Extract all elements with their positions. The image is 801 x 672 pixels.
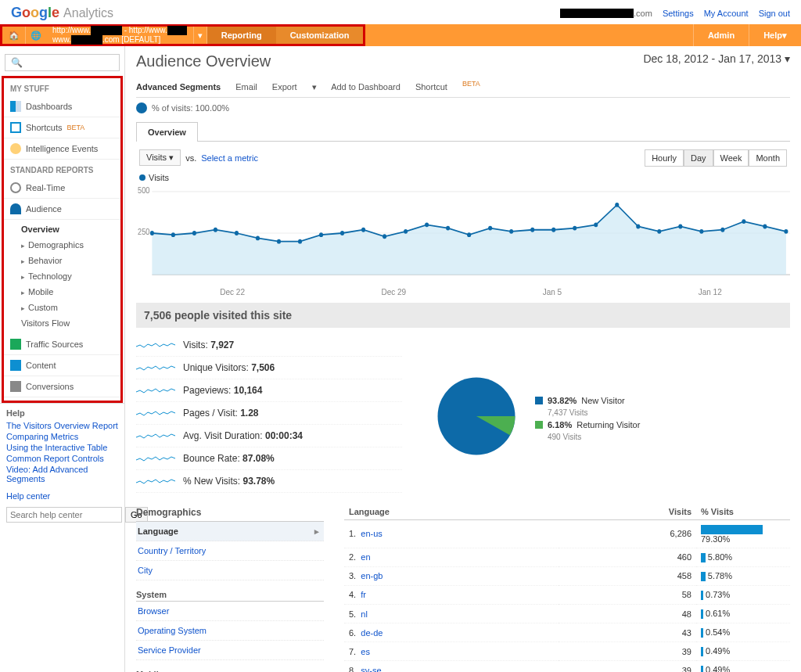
sub-demographics[interactable]: Demographics: [4, 237, 120, 253]
export-button[interactable]: Export ▾: [272, 82, 317, 92]
dim-os[interactable]: Operating System: [136, 621, 324, 641]
audience-icon: [10, 203, 21, 214]
sidebar-item-dashboards[interactable]: Dashboards: [4, 96, 120, 117]
table-row[interactable]: 1. en-us6,286 79.30%: [344, 519, 790, 548]
svg-point-16: [383, 234, 386, 239]
legend-label: Visits: [149, 173, 169, 182]
conversions-icon: [10, 381, 21, 392]
help-link[interactable]: Using the Interactive Table: [6, 443, 118, 452]
help-center-link[interactable]: Help center: [6, 491, 118, 501]
sidebar-item-traffic[interactable]: Traffic Sources: [4, 334, 120, 355]
new-visitor-swatch: [535, 397, 543, 404]
time-week[interactable]: Week: [713, 149, 749, 167]
table-row[interactable]: 2. en460 5.80%: [344, 548, 790, 566]
sidebar-item-intelligence[interactable]: Intelligence Events: [4, 138, 120, 160]
tab-overview[interactable]: Overview: [136, 122, 198, 142]
traffic-icon: [10, 339, 21, 350]
sub-behavior[interactable]: Behavior: [4, 253, 120, 268]
clock-icon: [10, 182, 21, 193]
metric-selector[interactable]: Visits ▾: [139, 149, 181, 166]
table-row[interactable]: 3. en-gb458 5.78%: [344, 566, 790, 585]
svg-point-35: [784, 229, 788, 234]
date-range-picker[interactable]: Dec 18, 2012 - Jan 17, 2013 ▾: [643, 52, 790, 65]
sidebar-item-content[interactable]: Content: [4, 355, 120, 376]
svg-point-6: [171, 232, 175, 237]
time-day[interactable]: Day: [684, 149, 713, 167]
admin-button[interactable]: Admin: [693, 24, 749, 46]
help-header: Help: [6, 408, 118, 418]
metric-item: Visits: 7,927: [136, 334, 402, 357]
time-hourly[interactable]: Hourly: [645, 149, 684, 167]
svg-text:500: 500: [138, 185, 150, 195]
help-link[interactable]: Comparing Metrics: [6, 432, 118, 441]
svg-point-28: [636, 224, 640, 228]
sidebar-item-shortcuts[interactable]: Shortcuts BETA: [4, 117, 120, 138]
logo[interactable]: Google Analytics: [11, 5, 113, 21]
table-row[interactable]: 4. fr58 0.73%: [344, 585, 790, 604]
dim-city[interactable]: City: [136, 561, 324, 580]
svg-point-29: [657, 229, 661, 234]
dim-language[interactable]: Language: [136, 522, 324, 541]
metric-item: Unique Visitors: 7,506: [136, 357, 402, 379]
visitor-pie-chart[interactable]: [433, 373, 519, 462]
help-link[interactable]: Video: Add Advanced Segments: [6, 465, 118, 483]
time-month[interactable]: Month: [749, 149, 787, 167]
help-link[interactable]: Common Report Controls: [6, 454, 118, 463]
my-stuff-header: MY STUFF: [4, 78, 120, 96]
dim-country[interactable]: Country / Territory: [136, 541, 324, 561]
my-account-link[interactable]: My Account: [704, 9, 749, 18]
metric-item: Avg. Visit Duration: 00:00:34: [136, 425, 402, 447]
table-row[interactable]: 6. de-de43 0.54%: [344, 623, 790, 642]
help-search-input[interactable]: [6, 507, 122, 523]
settings-link[interactable]: Settings: [663, 9, 694, 18]
property-dropdown-icon[interactable]: ▾: [193, 27, 207, 44]
shortcuts-icon: [10, 122, 21, 133]
sub-technology[interactable]: Technology: [4, 268, 120, 284]
select-metric-link[interactable]: Select a metric: [201, 153, 258, 163]
demographics-header: Demographics: [136, 504, 324, 522]
table-row[interactable]: 7. es39 0.49%: [344, 642, 790, 661]
sidebar-item-conversions[interactable]: Conversions: [4, 376, 120, 397]
bulb-icon: [10, 143, 21, 154]
dim-sp[interactable]: Service Provider: [136, 641, 324, 660]
svg-point-18: [425, 222, 429, 227]
sub-mobile[interactable]: Mobile: [4, 284, 120, 300]
tab-reporting[interactable]: Reporting: [207, 27, 276, 44]
svg-point-22: [509, 229, 513, 234]
sub-visitors-flow[interactable]: Visitors Flow: [4, 315, 120, 331]
svg-point-30: [678, 224, 682, 228]
sidebar-item-realtime[interactable]: Real-Time: [4, 178, 120, 199]
svg-point-25: [573, 225, 577, 230]
sign-out-link[interactable]: Sign out: [759, 9, 790, 18]
globe-icon[interactable]: 🌐: [26, 27, 46, 44]
svg-point-31: [699, 229, 703, 234]
sub-custom[interactable]: Custom: [4, 300, 120, 315]
sidebar-item-audience[interactable]: Audience: [4, 199, 120, 220]
home-icon[interactable]: 🏠: [2, 27, 26, 44]
svg-point-20: [467, 232, 471, 237]
visits-pct-label: % of visits: 100.00%: [152, 103, 229, 113]
content-icon: [10, 360, 21, 371]
shortcut-button[interactable]: Shortcut BETA: [415, 82, 493, 92]
tab-customization[interactable]: Customization: [276, 27, 364, 44]
logo-analytics: Analytics: [63, 6, 113, 20]
svg-point-7: [192, 231, 196, 235]
email-button[interactable]: Email: [235, 82, 257, 92]
legend-dot-icon: [139, 174, 145, 181]
help-link[interactable]: The Visitors Overview Report: [6, 421, 118, 430]
search-icon: 🔍: [11, 57, 23, 68]
metric-item: Pages / Visit: 1.28: [136, 402, 402, 425]
visits-chart[interactable]: 500 250: [136, 182, 790, 286]
add-dashboard-button[interactable]: Add to Dashboard: [331, 82, 400, 92]
sub-overview[interactable]: Overview: [4, 221, 120, 237]
svg-point-13: [319, 232, 323, 237]
adv-segments-button[interactable]: Advanced Segments: [136, 82, 221, 92]
svg-point-27: [615, 203, 619, 207]
svg-point-21: [488, 225, 492, 230]
table-row[interactable]: 5. nl48 0.61%: [344, 605, 790, 623]
table-row[interactable]: 8. sv-se39 0.49%: [344, 661, 790, 672]
dashboards-icon: [10, 101, 21, 112]
property-breadcrumb[interactable]: http://www.xxxxxxxx - http://www.xxxxx w…: [46, 27, 193, 44]
dim-browser[interactable]: Browser: [136, 602, 324, 621]
help-button[interactable]: Help ▾: [749, 24, 801, 46]
